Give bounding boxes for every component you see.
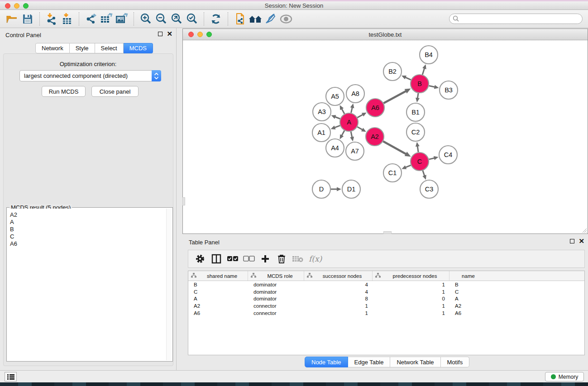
toggle-panes-icon[interactable]	[208, 251, 225, 267]
mcds-result-list[interactable]: A2ABCA6	[8, 209, 166, 360]
graph-node-B[interactable]: B	[411, 75, 429, 93]
tab-style[interactable]: Style	[70, 43, 95, 53]
import-network-icon[interactable]	[44, 11, 59, 27]
zoom-selected-icon[interactable]	[184, 11, 200, 27]
table-row[interactable]: Bdominator41B	[188, 281, 584, 288]
graph-edge-A-A6[interactable]	[357, 113, 366, 118]
graph-node-C4[interactable]: C4	[439, 146, 457, 164]
graph-node-C2[interactable]: C2	[406, 123, 425, 141]
export-network-icon[interactable]	[83, 11, 99, 27]
graph-edge-C-C4[interactable]	[429, 156, 438, 160]
table-settings-icon[interactable]	[192, 251, 208, 267]
graph-node-A1[interactable]: A1	[312, 124, 330, 142]
tab-network[interactable]: Network	[35, 43, 70, 53]
graph-node-A[interactable]: A	[340, 113, 358, 131]
criterion-dropdown[interactable]: largest connected component (directed)	[19, 70, 161, 81]
result-item[interactable]: B	[10, 226, 166, 233]
window-titlebar[interactable]: Session: New Session	[0, 1, 588, 10]
result-item[interactable]: A	[10, 219, 166, 226]
graph-edge-A6-B[interactable]	[383, 88, 411, 103]
task-history-button[interactable]	[5, 372, 17, 381]
graph-node-D[interactable]: D	[312, 180, 330, 198]
graph-node-B3[interactable]: B3	[440, 81, 458, 99]
result-item[interactable]: C	[10, 233, 166, 240]
tab-network-table[interactable]: Network Table	[390, 357, 440, 367]
graph-node-B2[interactable]: B2	[383, 62, 402, 81]
close-panel-icon[interactable]: ✕	[167, 32, 172, 36]
column-header-shared-name[interactable]: shared name	[188, 271, 248, 281]
graph-node-A3[interactable]: A3	[313, 103, 331, 121]
graph-edge-A-A2[interactable]	[357, 127, 366, 132]
graph-node-B1[interactable]: B1	[406, 103, 425, 121]
network-window-titlebar[interactable]: testGlobe.txt	[183, 29, 588, 40]
zoom-out-icon[interactable]	[153, 11, 169, 27]
graph-node-B4[interactable]: B4	[420, 46, 438, 64]
result-item[interactable]: A6	[10, 240, 166, 248]
graph-edge-A-A1[interactable]	[331, 125, 340, 129]
function-builder-button[interactable]: f(x)	[309, 254, 322, 263]
graph-edge-A-A3[interactable]	[331, 115, 340, 119]
graph-edge-B-B3[interactable]	[429, 85, 439, 89]
select-all-rows-icon[interactable]	[225, 251, 241, 267]
graph-edge-B-B1[interactable]	[416, 93, 420, 102]
graph-edge-A-A5[interactable]	[340, 105, 344, 114]
zoom-fit-icon[interactable]	[169, 11, 184, 27]
delete-column-icon[interactable]	[273, 251, 290, 267]
delete-table-icon[interactable]	[290, 251, 306, 267]
graph-edge-B-B2[interactable]	[402, 76, 411, 80]
graph-node-A4[interactable]: A4	[326, 139, 344, 157]
add-column-icon[interactable]	[257, 251, 273, 267]
graph-edge-A-A7[interactable]	[350, 132, 354, 142]
hide-annotations-icon[interactable]	[263, 11, 278, 27]
table-row[interactable]: Cdominator41C	[188, 288, 584, 295]
graph-node-A8[interactable]: A8	[346, 85, 364, 103]
graph-edge-B-B4[interactable]	[422, 64, 426, 75]
graph-edge-C-C3[interactable]	[422, 171, 426, 180]
graph-node-C[interactable]: C	[411, 152, 429, 171]
search-input[interactable]	[449, 14, 583, 24]
graph-node-D1[interactable]: D1	[342, 180, 360, 198]
graph-node-A5[interactable]: A5	[326, 87, 344, 105]
table-row[interactable]: A6connector11A6	[188, 310, 584, 317]
graph-edge-A-A4[interactable]	[340, 130, 344, 139]
tab-node-table[interactable]: Node Table	[305, 357, 348, 367]
graph-node-A7[interactable]: A7	[346, 142, 364, 160]
show-graphics-details-icon[interactable]	[278, 11, 294, 27]
export-image-icon[interactable]	[114, 11, 129, 27]
import-table-icon[interactable]	[59, 11, 75, 27]
graph-node-C1[interactable]: C1	[383, 164, 402, 182]
float-panel-icon[interactable]	[158, 32, 163, 36]
refresh-layout-icon[interactable]	[208, 11, 224, 27]
graph-edge-A-A8[interactable]	[350, 103, 354, 113]
resize-grip-icon[interactable]	[581, 227, 587, 233]
tab-edge-table[interactable]: Edge Table	[348, 357, 391, 367]
column-header-MCDS-role[interactable]: MCDS role	[248, 271, 304, 281]
float-panel-icon[interactable]	[570, 239, 574, 243]
network-canvas[interactable]: B4B2BB3A5A8A6A3B1AA1C2A2A4A7C4CC1C3DD1	[183, 40, 588, 234]
graph-node-A6[interactable]: A6	[366, 99, 384, 117]
graph-edge-D-D1[interactable]	[331, 187, 341, 191]
tab-select[interactable]: Select	[95, 43, 124, 53]
column-header-successor-nodes[interactable]: successor nodes	[304, 271, 373, 281]
deselect-all-rows-icon[interactable]	[241, 251, 257, 267]
result-scrollbar[interactable]	[166, 209, 172, 360]
splitter-handle[interactable]	[182, 197, 185, 205]
close-panel-button[interactable]: Close panel	[91, 86, 139, 97]
graph-edge-C-C1[interactable]	[402, 165, 411, 169]
tab-mcds[interactable]: MCDS	[124, 43, 153, 53]
save-session-icon[interactable]	[20, 11, 35, 27]
graph-node-A2[interactable]: A2	[366, 128, 384, 146]
close-panel-icon[interactable]: ✕	[578, 239, 584, 243]
graph-node-C3[interactable]: C3	[420, 180, 438, 198]
home-views-icon[interactable]	[248, 11, 263, 27]
table-row[interactable]: Adominator80A	[188, 295, 584, 303]
open-file-icon[interactable]	[5, 11, 20, 27]
graph-edge-C-C2[interactable]	[416, 142, 420, 152]
column-header-predecessor-nodes[interactable]: predecessor nodes	[373, 271, 449, 281]
table-row[interactable]: A2connector11A2	[188, 302, 584, 310]
splitter-handle[interactable]	[383, 231, 392, 234]
result-item[interactable]: A2	[10, 211, 166, 219]
run-mcds-button[interactable]: Run MCDS	[42, 86, 86, 97]
zoom-in-icon[interactable]	[138, 11, 153, 27]
tab-motifs[interactable]: Motifs	[441, 357, 470, 367]
